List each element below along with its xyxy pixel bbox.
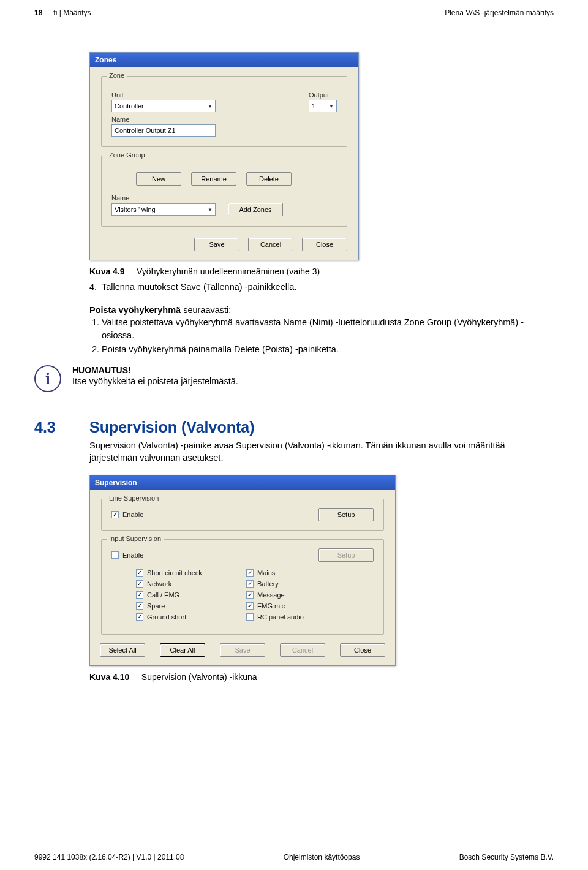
save-button[interactable]: Save	[194, 238, 239, 251]
chevron-down-icon: ▼	[329, 104, 334, 109]
unit-select[interactable]: Controller▼	[111, 100, 216, 112]
select-all-button[interactable]: Select All	[100, 643, 145, 657]
zones-bottom-buttons: Save Cancel Close	[90, 232, 358, 260]
section-4-3-title: Supervision (Valvonta)	[89, 418, 255, 436]
zone-name-value: Controller Output Z1	[115, 127, 176, 134]
note-rule-top	[34, 360, 554, 360]
page-number: 18	[34, 9, 42, 17]
supervision-option: ✓Battery	[246, 580, 356, 588]
page-footer: 9992 141 1038x (2.16.04-R2) | V1.0 | 201…	[0, 850, 588, 861]
supervision-option: ✓Network	[136, 580, 246, 588]
supervision-save-button[interactable]: Save	[220, 643, 265, 657]
option-checkbox[interactable]: ✓	[246, 602, 254, 610]
option-label: Ground short	[147, 613, 186, 621]
option-checkbox[interactable]: ✓	[136, 613, 143, 621]
figure-4-9-caption: Kuva 4.9 Vyöhykeryhmän uudelleennimeämin…	[89, 267, 554, 276]
remove-step-1: Valitse poistettava vyöhykeryhmä avattav…	[102, 316, 554, 342]
note-rule-bottom	[34, 401, 554, 401]
supervision-option: ✓Short circuit check	[136, 569, 246, 577]
option-label: Network	[147, 580, 172, 588]
figure-4-10-text: Supervision (Valvonta) -ikkuna	[141, 672, 257, 682]
option-label: Spare	[147, 602, 165, 610]
figure-4-10-label: Kuva 4.10	[89, 672, 129, 682]
zones-window: Zones Zone Unit Controller▼ Output 1▼ Na	[89, 52, 359, 260]
supervision-cancel-button[interactable]: Cancel	[280, 643, 325, 657]
doc-title: Plena VAS -järjestelmän määritys	[445, 9, 554, 17]
zg-name-value: Visitors ' wing	[115, 206, 156, 213]
delete-button[interactable]: Delete	[246, 172, 292, 186]
supervision-option: ✓Call / EMG	[136, 591, 246, 599]
output-select[interactable]: 1▼	[309, 100, 337, 112]
step-4: 4. Tallenna muutokset Save (Tallenna) -p…	[89, 281, 554, 293]
figure-4-10-caption: Kuva 4.10 Supervision (Valvonta) -ikkuna	[89, 672, 554, 682]
option-label: Call / EMG	[147, 591, 179, 599]
footer-center: Ohjelmiston käyttöopas	[284, 853, 360, 861]
section-4-3-number: 4.3	[34, 418, 89, 436]
supervision-option: RC panel audio	[246, 613, 356, 621]
option-checkbox[interactable]: ✓	[246, 569, 254, 577]
input-supervision-box: Input Supervision Enable Setup ✓Short ci…	[101, 539, 384, 635]
line-supervision-box: Line Supervision ✓ Enable Setup	[101, 499, 384, 531]
note-title: HUOMAUTUS!	[72, 365, 554, 375]
supervision-option: ✓Mains	[246, 569, 356, 577]
option-checkbox[interactable]: ✓	[136, 569, 143, 577]
option-checkbox[interactable]: ✓	[136, 591, 143, 599]
input-enable-label: Enable	[123, 551, 143, 559]
input-enable-checkbox[interactable]	[111, 551, 119, 559]
line-sup-legend: Line Supervision	[107, 494, 161, 502]
zonegroup-legend: Zone Group	[107, 151, 148, 159]
close-button[interactable]: Close	[302, 238, 347, 251]
option-checkbox[interactable]: ✓	[136, 602, 143, 610]
note-body: Itse vyöhykkeitä ei poisteta järjestelmä…	[72, 376, 554, 386]
option-label: Mains	[257, 569, 275, 577]
supervision-option: ✓Ground short	[136, 613, 246, 621]
line-setup-button[interactable]: Setup	[318, 508, 374, 521]
supervision-bottom-buttons: Select All Clear All Save Cancel Close	[90, 638, 395, 665]
chevron-down-icon: ▼	[208, 207, 213, 213]
chevron-down-icon: ▼	[208, 104, 213, 109]
option-label: RC panel audio	[257, 613, 304, 621]
line-enable-checkbox[interactable]: ✓	[111, 511, 119, 518]
breadcrumb: fi | Määritys	[53, 9, 91, 17]
section-4-3-heading: 4.3 Supervision (Valvonta)	[34, 418, 554, 436]
supervision-title-text: Supervision	[95, 478, 137, 487]
output-label: Output	[309, 91, 337, 99]
zone-group-box: Zone Unit Controller▼ Output 1▼ Name Con…	[101, 76, 347, 147]
option-label: Battery	[257, 580, 279, 588]
new-button[interactable]: New	[136, 172, 181, 186]
note-block: i HUOMAUTUS! Itse vyöhykkeitä ei poistet…	[34, 364, 554, 392]
info-icon: i	[34, 365, 61, 392]
supervision-close-button[interactable]: Close	[340, 643, 385, 657]
option-checkbox[interactable]	[246, 613, 254, 621]
figure-4-9-text: Vyöhykeryhmän uudelleennimeäminen (vaihe…	[137, 267, 320, 276]
remove-heading: Poista vyöhykeryhmä seuraavasti:	[89, 304, 554, 317]
line-enable-label: Enable	[123, 511, 143, 518]
option-checkbox[interactable]: ✓	[246, 591, 254, 599]
input-setup-button[interactable]: Setup	[318, 548, 374, 562]
zonegroup-group-box: Zone Group New Rename Delete Name Visito…	[101, 156, 347, 227]
footer-left: 9992 141 1038x (2.16.04-R2) | V1.0 | 201…	[34, 853, 184, 861]
unit-value: Controller	[115, 102, 144, 110]
add-zones-button[interactable]: Add Zones	[228, 203, 283, 216]
clear-all-button[interactable]: Clear All	[160, 643, 205, 657]
remove-steps-list: Valitse poistettava vyöhykeryhmä avattav…	[102, 316, 554, 356]
supervision-option: ✓EMG mic	[246, 602, 356, 610]
cancel-button[interactable]: Cancel	[248, 238, 293, 251]
supervision-option: ✓Message	[246, 591, 356, 599]
option-label: EMG mic	[257, 602, 285, 610]
option-checkbox[interactable]: ✓	[136, 580, 143, 588]
unit-label: Unit	[111, 91, 290, 99]
figure-4-9-label: Kuva 4.9	[89, 267, 125, 276]
option-checkbox[interactable]: ✓	[246, 580, 254, 588]
supervision-option: ✓Spare	[136, 602, 246, 610]
supervision-window: Supervision Line Supervision ✓ Enable Se…	[89, 475, 396, 666]
option-label: Message	[257, 591, 285, 599]
zone-name-input[interactable]: Controller Output Z1	[111, 124, 216, 137]
rename-button[interactable]: Rename	[191, 172, 236, 186]
zone-name-label: Name	[111, 116, 337, 123]
zones-titlebar: Zones	[90, 53, 358, 67]
zg-name-label: Name	[111, 194, 337, 202]
zones-title-text: Zones	[95, 56, 116, 64]
zg-name-select[interactable]: Visitors ' wing▼	[111, 203, 216, 216]
page-header: 18 fi | Määritys Plena VAS -järjestelmän…	[0, 0, 588, 20]
